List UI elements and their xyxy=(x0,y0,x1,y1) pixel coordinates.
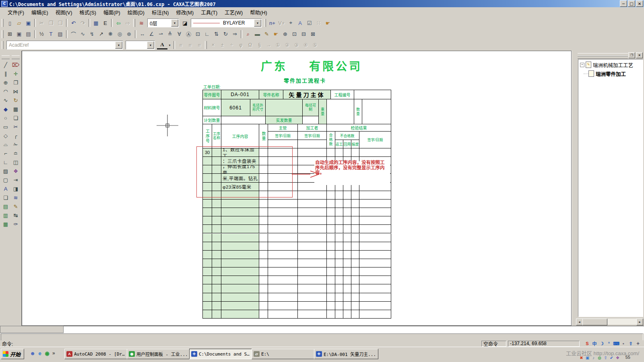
detail-circle-icon[interactable]: ◎ xyxy=(115,30,124,39)
panel-restore-button[interactable]: ❐ xyxy=(628,52,635,58)
datum-icon[interactable]: ≜ xyxy=(165,30,175,39)
quick-launch-icon-2[interactable]: e xyxy=(36,350,43,357)
pick-point-icon[interactable]: ⌖ xyxy=(286,19,295,27)
trim-icon[interactable]: ✂ xyxy=(11,122,21,131)
chevron-down-icon[interactable]: ▼ xyxy=(254,19,261,27)
scroll-left-button[interactable]: ◄ xyxy=(576,319,583,325)
open-icon[interactable]: ▱ xyxy=(14,19,24,27)
menu-view[interactable]: 视图(V) xyxy=(52,7,76,17)
menu-paper[interactable]: 幅面(P) xyxy=(100,7,124,17)
measure-icon[interactable]: ▬ xyxy=(253,30,262,39)
menu-modify[interactable]: 修改(M) xyxy=(172,7,197,17)
card-tool-icon-2[interactable]: ▥ xyxy=(1,211,10,220)
scroll-right-button[interactable]: ► xyxy=(636,319,643,325)
mirror-icon[interactable]: ⋈ xyxy=(11,87,21,96)
drawing-canvas[interactable]: 广东 有限公司 零件加工流程卡 工单日期: 零件图号DA-001零件名称矢量刀主… xyxy=(22,51,572,326)
zoom-prev-icon[interactable]: ⊠ xyxy=(308,30,318,39)
ime-punct-icon[interactable]: ° xyxy=(605,341,613,347)
circle-icon[interactable]: ⊕ xyxy=(1,78,10,87)
title-bar[interactable]: C C:\Documents and Settings\Administrato… xyxy=(0,0,644,7)
menu-format[interactable]: 格式(S) xyxy=(76,7,100,17)
menu-tools[interactable]: 工具(T) xyxy=(197,7,221,17)
align-left-icon[interactable]: ≡ xyxy=(176,41,186,49)
field-edit-icon[interactable]: E xyxy=(101,19,110,27)
center-mark-icon[interactable]: ⊕ xyxy=(124,30,134,39)
rectangle-icon[interactable]: ▭ xyxy=(1,122,10,131)
corner-dim-icon[interactable]: ∟ xyxy=(202,30,212,39)
wave-line-icon[interactable]: ∿ xyxy=(78,30,87,39)
text-icon[interactable]: A xyxy=(1,184,10,193)
linear-dim-icon[interactable]: ↔ xyxy=(138,30,147,39)
circle-a-icon[interactable]: Ⓐ xyxy=(184,30,193,39)
spline-icon[interactable]: ∿ xyxy=(1,96,10,105)
pan-hand-icon[interactable]: ☛ xyxy=(271,30,281,39)
shapes-icon[interactable]: ❑ xyxy=(1,193,10,202)
corner-line-icon[interactable]: ⌐ xyxy=(1,149,10,158)
flip-text-icon[interactable]: ∀ xyxy=(175,30,184,39)
font-style-combo[interactable]: AcadEref▼ xyxy=(6,41,123,49)
special-symbol-button-9[interactable]: ③ xyxy=(292,41,301,49)
polyline-icon[interactable]: ⌒ xyxy=(69,30,78,39)
color-swatch-icon[interactable]: ◪ xyxy=(180,19,190,27)
divide-icon[interactable]: ≏ xyxy=(11,149,21,158)
palette-icon[interactable]: ❖ xyxy=(11,167,21,175)
leader-arrow-icon[interactable]: ↗ xyxy=(97,30,106,39)
ime-up-icon[interactable]: ⇧ xyxy=(627,341,634,347)
chevron-down-icon[interactable]: ▼ xyxy=(115,41,122,49)
node-insert-icon[interactable]: n+ xyxy=(268,19,277,27)
menu-edit[interactable]: 编辑(E) xyxy=(28,7,52,17)
zoom-in-icon[interactable]: ⊕ xyxy=(281,30,290,39)
save-icon[interactable]: ▣ xyxy=(24,19,33,27)
arrow-note-icon[interactable]: ⇒ xyxy=(230,30,239,39)
copy-object-icon[interactable]: ❐ xyxy=(11,78,21,87)
solid-fill-icon[interactable]: ◆ xyxy=(1,105,10,113)
tree-item-0[interactable]: −✎瑞洲机械加工工艺 xyxy=(578,61,643,68)
tree-item-1[interactable]: 瑞洲零件加工 xyxy=(578,70,643,77)
break-icon[interactable]: ✁ xyxy=(11,140,21,149)
title-block-icon[interactable]: ▤ xyxy=(24,30,33,39)
prev-page-icon[interactable]: ⇦ xyxy=(114,19,123,27)
redo-icon[interactable]: ↷ xyxy=(78,19,87,27)
special-symbol-button-1[interactable]: ± xyxy=(218,41,227,49)
special-symbol-button-10[interactable]: ④ xyxy=(301,41,310,49)
special-symbol-button-8[interactable]: ② xyxy=(283,41,292,49)
table-check-icon[interactable]: ☑ xyxy=(305,19,314,27)
slot-icon[interactable]: ⌓ xyxy=(1,140,10,149)
arc-icon[interactable]: ◠ xyxy=(1,87,10,96)
font-size-combo[interactable]: ▼ xyxy=(126,41,155,49)
zoom-window-icon[interactable]: ⊡ xyxy=(290,30,299,39)
ellipse-icon[interactable]: ○ xyxy=(1,113,10,122)
ime-user-icon[interactable]: ▪ xyxy=(620,341,627,347)
task-button-e-drive[interactable]: ▱E:\ xyxy=(252,349,316,359)
polygon-icon[interactable]: ◇ xyxy=(1,131,10,140)
fit-window-icon[interactable]: ⊞ xyxy=(5,30,14,39)
linetype-combo[interactable]: BYLAYER▼ xyxy=(191,19,262,27)
next-page-icon[interactable]: ⇨ xyxy=(123,19,132,27)
menu-file[interactable]: 文件(F) xyxy=(4,7,28,17)
close-button[interactable]: ✕ xyxy=(636,0,643,7)
new-table-icon[interactable]: ▦ xyxy=(91,19,101,27)
brush-icon[interactable]: ✑ xyxy=(11,220,21,228)
chevron-down-icon[interactable]: ▼ xyxy=(168,44,172,47)
copy-icon[interactable]: ❐ xyxy=(46,19,56,27)
card-fill-icon[interactable]: ▧ xyxy=(56,30,65,39)
quick-launch-icon-1[interactable]: ☻ xyxy=(29,350,36,357)
swap-text-icon[interactable]: ⇅ xyxy=(212,30,221,39)
block-icon[interactable]: ❏ xyxy=(11,113,21,122)
table-text-icon[interactable]: T xyxy=(46,30,56,39)
menu-process[interactable]: 工艺(W) xyxy=(221,7,246,17)
panel-grip[interactable] xyxy=(578,56,628,59)
leader-dim-icon[interactable]: ⇀ xyxy=(156,30,165,39)
special-symbol-button-4[interactable]: Ω xyxy=(246,41,255,49)
special-symbol-button-5[interactable]: § xyxy=(255,41,264,49)
overflow-chevron-icon[interactable]: » xyxy=(52,350,55,356)
special-symbol-button-6[interactable]: → xyxy=(264,41,273,49)
plate-icon[interactable]: ▢ xyxy=(1,175,10,184)
task-button-autocad[interactable]: AAutoCAD 2008 - [Dra... xyxy=(64,349,129,359)
stretch-icon[interactable]: ↹ xyxy=(11,211,21,220)
zoom-out-icon[interactable]: ⊟ xyxy=(299,30,308,39)
quick-launch-icon-3[interactable]: ◉ xyxy=(43,350,51,357)
paste-icon[interactable]: ❒ xyxy=(56,19,65,27)
align-right-icon[interactable]: ≡ xyxy=(195,41,204,49)
parallel-line-icon[interactable]: ∥ xyxy=(1,69,10,78)
